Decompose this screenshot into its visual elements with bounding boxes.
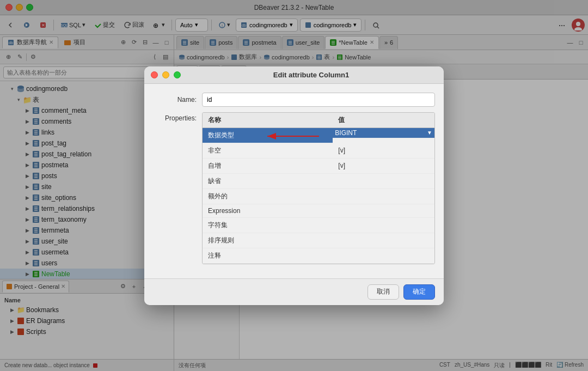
modal-properties-label: Properties: bbox=[153, 112, 202, 122]
ok-button[interactable]: 确定 bbox=[403, 284, 435, 300]
edit-attribute-modal: Edit attribute Column1 Name: Properties: bbox=[144, 66, 444, 305]
charset-prop-value bbox=[333, 217, 434, 233]
autoinc-prop-name: 自增 bbox=[203, 158, 333, 173]
col-name-header: 名称 bbox=[203, 113, 333, 128]
modal-title: Edit attribute Column1 bbox=[185, 71, 437, 79]
table-row-comment[interactable]: 注释 bbox=[203, 248, 434, 263]
autoinc-prop-value: [v] bbox=[333, 158, 434, 173]
table-row-notnull[interactable]: 非空 [v] bbox=[203, 143, 434, 158]
modal-name-label: Name: bbox=[153, 96, 202, 104]
comment-name: 注释 bbox=[203, 248, 333, 263]
modal-overlay: Edit attribute Column1 Name: Properties: bbox=[0, 0, 588, 371]
default-value bbox=[333, 173, 434, 188]
datatype-value[interactable]: BIGINT ▼ bbox=[333, 128, 434, 138]
modal-body: Name: Properties: 名称 值 bbox=[144, 84, 444, 278]
modal-name-input[interactable] bbox=[202, 93, 435, 107]
modal-footer: 取消 确定 bbox=[144, 278, 444, 305]
modal-titlebar: Edit attribute Column1 bbox=[144, 66, 444, 84]
table-row-autoinc[interactable]: 自增 [v] bbox=[203, 158, 434, 173]
properties-table: 名称 值 数据类型 BIGINT ▼ bbox=[203, 113, 434, 264]
extra-name: 额外的 bbox=[203, 188, 333, 204]
notnull-value: [v] bbox=[333, 143, 434, 158]
modal-minimize-button[interactable] bbox=[162, 71, 169, 78]
modal-properties-container: 名称 值 数据类型 BIGINT ▼ bbox=[202, 112, 435, 264]
cancel-button[interactable]: 取消 bbox=[367, 284, 399, 300]
modal-properties-row: Properties: 名称 值 bbox=[153, 112, 435, 264]
datatype-bigint: BIGINT bbox=[335, 129, 425, 137]
table-row-datatype[interactable]: 数据类型 BIGINT ▼ bbox=[203, 127, 434, 143]
modal-maximize-button[interactable] bbox=[174, 71, 181, 78]
col-value-header: 值 bbox=[333, 113, 434, 128]
table-row-default[interactable]: 缺省 bbox=[203, 173, 434, 188]
properties-table-header: 名称 值 bbox=[203, 113, 434, 128]
charset-prop-name: 字符集 bbox=[203, 217, 333, 233]
table-row-expression[interactable]: Expression bbox=[203, 204, 434, 217]
collation-prop-name: 排序规则 bbox=[203, 233, 333, 248]
table-row-extra[interactable]: 额外的 bbox=[203, 188, 434, 204]
properties-table-container: 名称 值 数据类型 BIGINT ▼ bbox=[202, 112, 435, 264]
modal-close-button[interactable] bbox=[151, 71, 158, 78]
expression-name: Expression bbox=[203, 204, 333, 217]
datatype-dropdown-icon[interactable]: ▼ bbox=[427, 130, 432, 136]
table-row-charset[interactable]: 字符集 bbox=[203, 217, 434, 233]
table-row-collation[interactable]: 排序规则 bbox=[203, 233, 434, 248]
extra-value bbox=[333, 188, 434, 204]
modal-name-row: Name: bbox=[153, 93, 435, 107]
expression-value bbox=[333, 204, 434, 217]
default-name: 缺省 bbox=[203, 173, 333, 188]
comment-value bbox=[333, 248, 434, 263]
datatype-name: 数据类型 bbox=[203, 127, 333, 143]
collation-prop-value bbox=[333, 233, 434, 248]
notnull-name: 非空 bbox=[203, 143, 333, 158]
